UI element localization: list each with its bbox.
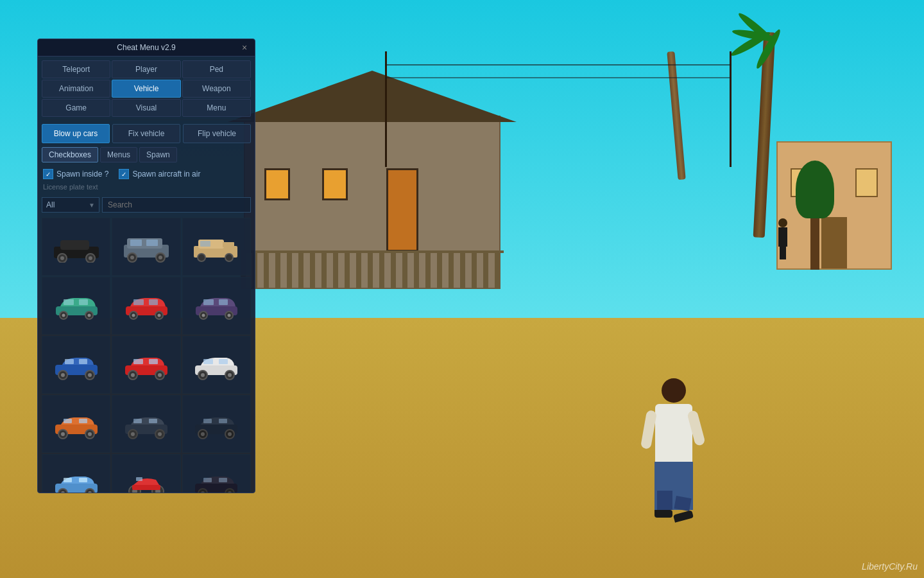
vehicle-icon-10 — [121, 408, 172, 440]
svg-point-26 — [87, 314, 90, 317]
vehicle-cell-14[interactable] — [182, 454, 251, 493]
svg-rect-42 — [65, 359, 74, 364]
svg-point-47 — [88, 373, 92, 377]
svg-point-40 — [228, 314, 231, 317]
nav-row-3: Game Visual Menu — [38, 98, 255, 119]
char-leg-right — [674, 496, 691, 511]
close-button[interactable]: × — [239, 42, 250, 53]
license-plate-label: License plate text — [43, 182, 250, 192]
blow-up-cars-button[interactable]: Blow up cars — [42, 124, 110, 143]
vehicle-icon-3 — [51, 290, 102, 322]
tab-menus[interactable]: Menus — [100, 147, 137, 162]
tree-group — [796, 161, 834, 270]
npc-head — [778, 218, 787, 227]
vehicle-icon-13 — [121, 467, 172, 493]
vehicle-grid — [38, 216, 255, 493]
svg-rect-29 — [149, 299, 158, 305]
filter-row: All ▼ — [38, 197, 255, 216]
svg-point-60 — [201, 373, 205, 377]
svg-rect-77 — [203, 419, 212, 423]
svg-rect-35 — [203, 299, 214, 305]
checkbox-box-1[interactable]: ✓ — [43, 169, 53, 179]
svg-rect-70 — [133, 419, 142, 423]
spawn-inside-checkbox[interactable]: ✓ Spawn inside ? — [43, 169, 108, 179]
svg-point-18 — [198, 254, 205, 261]
char-shoes — [654, 510, 693, 520]
svg-point-13 — [158, 256, 162, 259]
nav-ped[interactable]: Ped — [182, 60, 251, 78]
nav-player[interactable]: Player — [112, 60, 180, 78]
svg-point-68 — [88, 432, 92, 436]
svg-rect-1 — [60, 240, 89, 250]
vehicle-cell-8[interactable] — [182, 336, 251, 394]
checkbox-box-2[interactable]: ✓ — [119, 169, 129, 179]
fix-vehicle-button[interactable]: Fix vehicle — [112, 124, 180, 143]
house-door — [386, 168, 418, 252]
vehicle-cell-13[interactable] — [112, 454, 180, 493]
svg-rect-57 — [219, 359, 228, 364]
char-torso — [655, 404, 692, 462]
vehicle-cell-7[interactable] — [112, 336, 180, 394]
checkbox-row: ✓ Spawn inside ? ✓ Spawn aircraft in air — [43, 169, 250, 179]
nav-menu[interactable]: Menu — [182, 99, 251, 117]
chevron-down-icon: ▼ — [89, 202, 95, 209]
vehicle-icon-11 — [191, 408, 242, 440]
svg-rect-28 — [133, 299, 144, 305]
vehicle-cell-12[interactable] — [42, 454, 110, 493]
svg-rect-17 — [200, 241, 210, 247]
vehicle-icon-4 — [121, 290, 172, 322]
vehicle-cell-1[interactable] — [112, 218, 180, 276]
vehicle-cell-4[interactable] — [112, 277, 180, 335]
svg-point-32 — [132, 314, 135, 317]
svg-rect-64 — [79, 419, 87, 423]
nav-animation[interactable]: Animation — [42, 80, 110, 98]
vehicle-cell-11[interactable] — [182, 395, 251, 453]
svg-rect-9 — [146, 240, 158, 246]
spawn-aircraft-label: Spawn aircraft in air — [132, 170, 200, 179]
sub-tabs: Checkboxes Menus Spawn — [38, 147, 255, 166]
vehicle-cell-0[interactable] — [42, 218, 110, 276]
nav-vehicle[interactable]: Vehicle — [112, 80, 180, 98]
nav-teleport[interactable]: Teleport — [42, 60, 110, 78]
nav-row-2: Animation Vehicle Weapon — [38, 78, 255, 98]
svg-rect-21 — [64, 299, 74, 305]
tab-checkboxes[interactable]: Checkboxes — [42, 147, 98, 162]
svg-point-39 — [202, 314, 205, 317]
player-character — [654, 378, 693, 520]
flip-vehicle-button[interactable]: Flip vehicle — [183, 124, 251, 143]
tab-spawn[interactable]: Spawn — [139, 147, 177, 162]
vehicle-cell-5[interactable] — [182, 277, 251, 335]
vehicle-search-input[interactable] — [102, 197, 251, 213]
svg-point-81 — [201, 432, 205, 436]
svg-rect-97 — [203, 478, 212, 482]
pole-1 — [385, 51, 387, 167]
svg-point-12 — [130, 256, 134, 259]
house-window-1 — [264, 168, 290, 200]
char-leg-left — [657, 491, 672, 510]
nav-weapon[interactable]: Weapon — [182, 80, 251, 98]
panel-title: Cheat Menu v2.9 — [53, 43, 239, 52]
svg-point-54 — [158, 373, 162, 377]
filter-select-value: All — [46, 200, 55, 209]
svg-point-5 — [89, 256, 92, 260]
svg-point-74 — [131, 432, 135, 436]
pole-2 — [730, 51, 732, 167]
nav-visual[interactable]: Visual — [112, 99, 180, 117]
vehicle-cell-2[interactable] — [182, 218, 251, 276]
vehicle-cell-3[interactable] — [42, 277, 110, 335]
spawn-aircraft-checkbox[interactable]: ✓ Spawn aircraft in air — [119, 169, 200, 179]
svg-rect-85 — [79, 478, 87, 482]
npc-legs — [780, 247, 786, 259]
vehicle-cell-10[interactable] — [112, 395, 180, 453]
vehicle-cell-9[interactable] — [42, 395, 110, 453]
vehicle-filter-select[interactable]: All ▼ — [42, 197, 99, 213]
background-npc — [776, 218, 789, 257]
vehicle-icon-14 — [191, 467, 242, 493]
options-section: ✓ Spawn inside ? ✓ Spawn aircraft in air… — [38, 166, 255, 197]
tree-trunk — [810, 218, 819, 270]
nav-game[interactable]: Game — [42, 99, 110, 117]
vehicle-cell-6[interactable] — [42, 336, 110, 394]
vehicle-icon-2 — [191, 231, 242, 263]
vehicle-icon-9 — [51, 408, 102, 440]
svg-rect-95 — [136, 477, 142, 481]
